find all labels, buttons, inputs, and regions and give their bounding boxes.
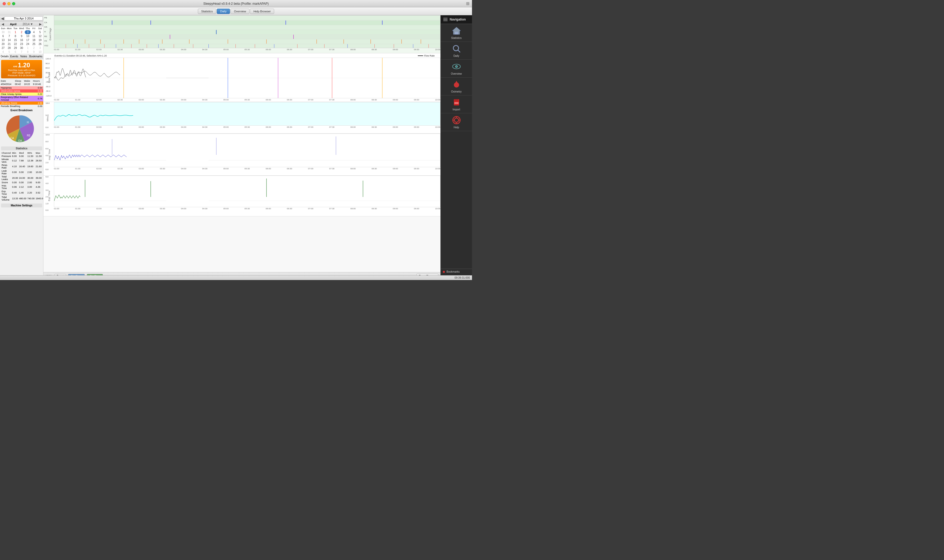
cal-day[interactable]: 15 [12, 38, 19, 42]
cal-day[interactable]: 6 [12, 50, 19, 54]
close-button[interactable] [3, 2, 6, 5]
nav-statistics-label: Statistics [451, 37, 461, 40]
ylabel-h: H [44, 31, 48, 33]
cal-day[interactable]: 9 [19, 34, 25, 38]
cal-prev-month[interactable]: ◀ [2, 22, 4, 26]
cal-day[interactable]: 4 [31, 30, 37, 34]
exp-canvas [54, 175, 440, 207]
xtick: 07:00 [308, 208, 313, 210]
cal-next-month[interactable]: ▶ [39, 22, 42, 26]
cal-day[interactable]: 28 [6, 46, 12, 50]
cal-dropdown-icon[interactable]: ▼ [30, 22, 33, 26]
cal-day[interactable]: 14 [6, 38, 12, 42]
cal-day[interactable]: 12 [37, 34, 43, 38]
cal-day[interactable]: 5 [6, 50, 12, 54]
ahi-subtitle1: RemStar Auto with A-Flex [3, 69, 40, 72]
minimize-button[interactable] [8, 2, 11, 5]
titlebar: SleepyHead v0.9.4-2 beta (Profile: markA… [0, 0, 472, 8]
pie-label-oa: OA [18, 139, 22, 142]
tab-overview[interactable]: Overview [230, 9, 250, 14]
nav-item-help[interactable]: Help [441, 113, 472, 131]
prev-date-button[interactable]: ◀ [1, 16, 4, 20]
tab-statistics[interactable]: Statistics [198, 9, 216, 14]
cal-day[interactable]: 19 [37, 38, 43, 42]
cal-day[interactable]: 1 [25, 46, 31, 50]
event-flags-ylabels: PB CA OA H RE VS VS2 [44, 15, 48, 48]
cal-day[interactable]: 8 [12, 34, 19, 38]
cal-day[interactable]: 18 [31, 38, 37, 42]
stats-min: 20.00 [12, 175, 19, 181]
cal-day[interactable]: 20 [0, 42, 6, 46]
nav-item-daily[interactable]: Daily [441, 42, 472, 60]
cal-day[interactable]: 26 [37, 42, 43, 46]
resize-handle[interactable] [466, 2, 469, 5]
xtick: 04:00 [181, 98, 186, 101]
nav-bookmarks[interactable]: Bookmarks [441, 269, 472, 274]
cal-day[interactable]: 1 [12, 30, 19, 34]
cal-day-selected[interactable]: 3 [25, 30, 31, 34]
xtick: 06:30 [287, 98, 292, 101]
cal-day[interactable]: 24 [25, 42, 31, 46]
date-input[interactable] [5, 16, 43, 20]
xtick: 03:30 [160, 126, 165, 128]
tab-daily[interactable]: Daily [217, 9, 230, 14]
flow-rate-ylabels: 120.0 90.0 60.0 30.0 0.0 -30.0 -60.0 -90… [46, 58, 52, 97]
calendar-header: ◀ April 2014 ▼ ▶ [0, 22, 43, 26]
nav-item-overview[interactable]: Overview [441, 60, 472, 78]
tab-events[interactable]: Events [9, 54, 19, 58]
cal-day[interactable]: 9 [31, 50, 37, 54]
stats-min: 0.12 [12, 158, 19, 163]
minu-svg [54, 102, 440, 125]
insp-svg [54, 134, 440, 167]
cal-day[interactable]: 16 [19, 38, 25, 42]
cal-day[interactable]: 7 [19, 50, 25, 54]
stats-med: 24.00 [19, 175, 27, 181]
cal-day[interactable]: 4 [0, 50, 6, 54]
calendar-month: April [10, 23, 17, 26]
cal-day[interactable]: 2 [19, 30, 25, 34]
xtick: 06:30 [287, 48, 292, 51]
statistics-section: Statistics Channel Min Med 95% Max Press… [0, 145, 43, 202]
cal-day[interactable]: 10 [37, 50, 43, 54]
cal-day[interactable]: 8 [25, 50, 31, 54]
cal-day[interactable]: 13 [0, 38, 6, 42]
cal-day[interactable]: 7 [6, 34, 12, 38]
cal-day[interactable]: 21 [6, 42, 12, 46]
cal-day[interactable]: 29 [12, 46, 19, 50]
xtick: 09:30 [414, 168, 419, 170]
cal-day[interactable]: 23 [19, 42, 25, 46]
cal-day[interactable]: 25 [31, 42, 37, 46]
tab-notes[interactable]: Notes [19, 54, 29, 58]
cal-day[interactable]: 22 [12, 42, 19, 46]
maximize-button[interactable] [12, 2, 15, 5]
cal-day[interactable]: 3 [37, 46, 43, 50]
cal-day[interactable]: 30 [0, 30, 6, 34]
cal-day[interactable]: 6 [0, 34, 6, 38]
nav-item-import[interactable]: Import [441, 95, 472, 113]
cal-next-year[interactable]: 2014 ▼ [23, 22, 33, 26]
tab-bookmarks[interactable]: Bookmarks [29, 54, 43, 58]
xtick: 02:00 [96, 126, 102, 128]
cal-day[interactable]: 11 [31, 34, 37, 38]
cal-day[interactable]: 17 [25, 38, 31, 42]
drop-icon [452, 80, 461, 89]
cal-day[interactable]: 31 [6, 30, 12, 34]
xtick: 03:30 [160, 48, 165, 51]
tab-details[interactable]: Details [0, 54, 9, 58]
tab-help-browser[interactable]: Help Browser [250, 9, 274, 14]
svg-rect-90 [454, 103, 458, 104]
cal-day[interactable]: 10 [25, 34, 31, 38]
cal-day[interactable]: 27 [0, 46, 6, 50]
xtick: 10:00 [435, 48, 440, 51]
nav-item-oximetry[interactable]: Oximetry [441, 78, 472, 95]
xtick: 02:30 [117, 126, 123, 128]
xtick: 03:00 [139, 98, 144, 101]
xtick: 01:00 [54, 48, 59, 51]
cal-day[interactable]: 5 [37, 30, 43, 34]
cal-day[interactable]: 2 [31, 46, 37, 50]
stats-channel: Leak Rate [1, 169, 12, 175]
cal-day[interactable]: 30 [19, 46, 25, 50]
xtick: 05:30 [244, 48, 250, 51]
bookmarks-bullet [443, 271, 445, 273]
nav-item-statistics[interactable]: Statistics [441, 24, 472, 42]
